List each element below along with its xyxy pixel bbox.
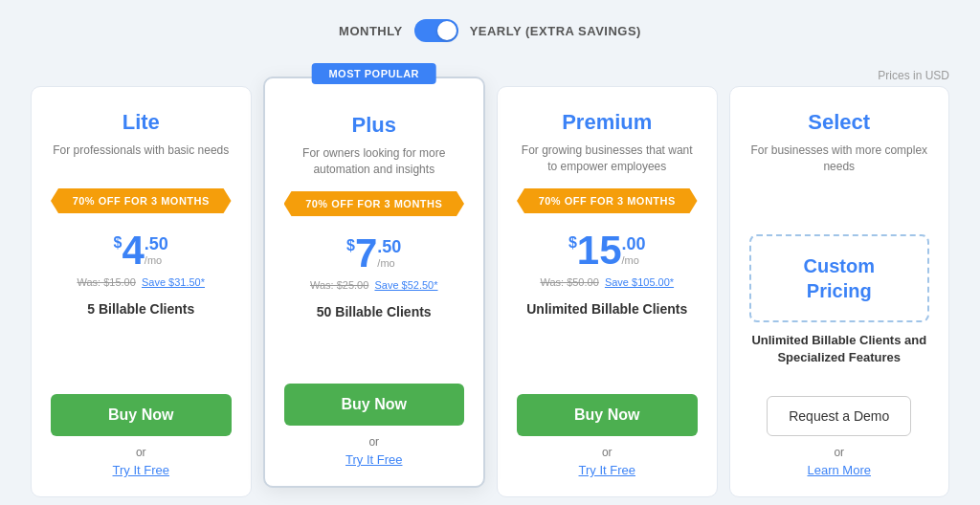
price-was-save-lite: Was: $15.00 Save $31.50* (77, 276, 205, 288)
plan-desc-lite: For professionals with basic needs (53, 143, 229, 175)
price-block-lite: $ 4 .50 /mo (114, 231, 168, 271)
price-was-save-premium: Was: $50.00 Save $105.00* (540, 276, 674, 288)
price-amount-premium: 15 (577, 231, 622, 271)
request-demo-button[interactable]: Request a Demo (767, 396, 911, 436)
plan-desc-plus: For owners looking for more automation a… (284, 145, 465, 178)
plan-name-lite: Lite (122, 110, 160, 135)
buy-now-premium[interactable]: Buy Now (517, 394, 698, 436)
plan-name-plus: Plus (352, 113, 396, 138)
plan-name-premium: Premium (562, 110, 652, 135)
learn-more-link[interactable]: Learn More (808, 463, 871, 477)
price-amount-plus: 7 (355, 233, 377, 274)
plan-card-premium: Premium For growing businesses that want… (497, 86, 718, 497)
clients-plus: 50 Billable Clients (317, 304, 432, 319)
price-mo-premium: /mo (622, 254, 639, 266)
yearly-label: YEARLY (EXTRA SAVINGS) (470, 24, 641, 38)
price-mo-plus: /mo (377, 257, 394, 269)
or-text-select: or (834, 446, 844, 459)
pricing-cards-container: Lite For professionals with basic needs … (31, 86, 949, 497)
custom-pricing-box: CustomPricing (749, 234, 930, 322)
price-cents-lite: .50 (145, 234, 168, 254)
plan-desc-premium: For growing businesses that want to empo… (517, 143, 698, 175)
clients-premium: Unlimited Billable Clients (526, 301, 687, 317)
price-block-premium: $ 15 .00 /mo (568, 231, 646, 271)
most-popular-badge: MOST POPULAR (311, 63, 436, 84)
plan-card-plus: MOST POPULAR Plus For owners looking for… (263, 77, 486, 488)
price-block-plus: $ 7 .50 /mo (346, 233, 401, 274)
billing-toggle[interactable] (414, 19, 458, 42)
prices-note: Prices in USD (878, 69, 949, 82)
price-dollar-lite: $ (114, 234, 122, 252)
discount-banner-premium: 70% OFF FOR 3 MONTHS (517, 188, 698, 213)
or-text-premium: or (602, 446, 612, 459)
price-amount-lite: 4 (122, 231, 145, 271)
try-free-plus[interactable]: Try It Free (345, 452, 402, 467)
price-cents-plus: .50 (377, 237, 401, 257)
or-text-plus: or (368, 435, 379, 449)
clients-select: Unlimited Billable Clients and Specializ… (749, 332, 930, 366)
try-free-premium[interactable]: Try It Free (579, 463, 635, 477)
plan-card-select: Select For businesses with more complex … (729, 86, 950, 497)
buy-now-lite[interactable]: Buy Now (51, 394, 232, 436)
discount-banner-plus: 70% OFF FOR 3 MONTHS (284, 191, 465, 216)
monthly-label: MONTHLY (339, 24, 403, 38)
try-free-lite[interactable]: Try It Free (113, 463, 169, 477)
price-was-save-plus: Was: $25.00 Save $52.50* (310, 279, 438, 291)
billing-toggle-row: MONTHLY YEARLY (EXTRA SAVINGS) (339, 19, 641, 42)
discount-banner-lite: 70% OFF FOR 3 MONTHS (51, 188, 232, 213)
buy-now-plus[interactable]: Buy Now (284, 384, 465, 426)
prices-note-wrapper: Prices in USD (31, 69, 949, 82)
or-text-lite: or (136, 446, 146, 459)
plan-card-lite: Lite For professionals with basic needs … (31, 86, 252, 497)
price-dollar-premium: $ (568, 234, 577, 252)
clients-lite: 5 Billable Clients (87, 301, 194, 317)
price-dollar-plus: $ (346, 237, 355, 254)
plan-desc-select: For businesses with more complex needs (749, 143, 930, 175)
plan-name-select: Select (808, 110, 870, 135)
price-mo-lite: /mo (145, 254, 162, 266)
price-cents-premium: .00 (622, 234, 646, 254)
